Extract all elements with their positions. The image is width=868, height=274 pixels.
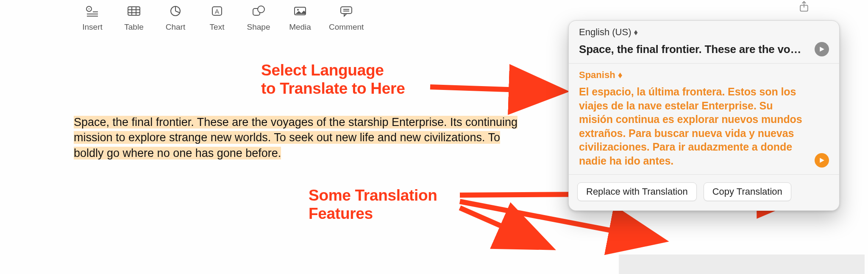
copy-translation-button[interactable]: Copy Translation — [704, 182, 791, 201]
selected-text-line: mission to explore strange new worlds. T… — [74, 131, 500, 144]
selected-text-line: Space, the final frontier. These are the… — [74, 116, 517, 129]
shape-icon — [251, 5, 266, 19]
text-icon: A — [210, 5, 224, 19]
translation-popover: English (US) ▴▾ Space, the final frontie… — [568, 20, 840, 211]
svg-rect-6 — [128, 7, 140, 15]
selected-text-line: boldly go where no one has gone before. — [74, 147, 281, 159]
svg-text:A: A — [215, 8, 219, 15]
chart-button[interactable]: Chart — [163, 5, 188, 32]
toolbar-label: Text — [210, 22, 225, 32]
shape-button[interactable]: Shape — [246, 5, 271, 32]
target-language-label: Spanish — [579, 70, 615, 81]
text-button[interactable]: A Text — [204, 5, 230, 32]
annotation-features: Some Translation Features — [309, 187, 437, 223]
source-text-preview: Space, the final frontier. These are the… — [579, 43, 809, 56]
source-language-label: English (US) — [579, 27, 631, 38]
toolbar-label: Insert — [82, 22, 103, 32]
replace-with-translation-button[interactable]: Replace with Translation — [577, 182, 697, 201]
comment-icon — [339, 5, 353, 19]
media-icon — [293, 5, 307, 19]
toolbar-label: Chart — [166, 22, 185, 32]
chart-icon — [168, 5, 183, 19]
play-translation-audio-button[interactable] — [815, 153, 829, 168]
chevron-up-down-icon: ▴▾ — [634, 30, 637, 35]
annotation-line: to Translate to Here — [261, 80, 405, 98]
translated-text: El espacio, la última frontera. Estos so… — [579, 85, 809, 168]
target-language-selector[interactable]: Spanish ▴▾ — [579, 70, 621, 81]
comment-button[interactable]: Comment — [329, 5, 364, 32]
toolbar-label: Comment — [329, 22, 364, 32]
insert-icon — [85, 5, 100, 19]
annotation-select-language: Select Language to Translate to Here — [261, 62, 405, 98]
table-button[interactable]: Table — [121, 5, 147, 32]
annotation-line: Some Translation — [309, 187, 437, 205]
page-background-strip — [619, 254, 865, 274]
source-language-selector[interactable]: English (US) ▴▾ — [579, 27, 637, 38]
toolbar-label: Media — [289, 22, 311, 32]
svg-line-24 — [460, 208, 547, 246]
share-icon[interactable] — [797, 0, 811, 14]
svg-point-17 — [297, 9, 299, 11]
toolbar-label: Table — [124, 22, 143, 32]
media-button[interactable]: Media — [287, 5, 313, 32]
annotation-line: Select Language — [261, 62, 405, 80]
svg-line-23 — [430, 87, 559, 91]
document-body-text[interactable]: Space, the final frontier. These are the… — [74, 115, 544, 161]
table-icon — [127, 5, 141, 19]
annotation-line: Features — [309, 205, 437, 223]
svg-point-15 — [258, 6, 264, 13]
chevron-up-down-icon: ▴▾ — [619, 73, 621, 78]
insert-button[interactable]: Insert — [80, 5, 105, 32]
toolbar-label: Shape — [247, 22, 270, 32]
svg-rect-18 — [341, 7, 352, 14]
play-source-audio-button[interactable] — [815, 42, 829, 56]
